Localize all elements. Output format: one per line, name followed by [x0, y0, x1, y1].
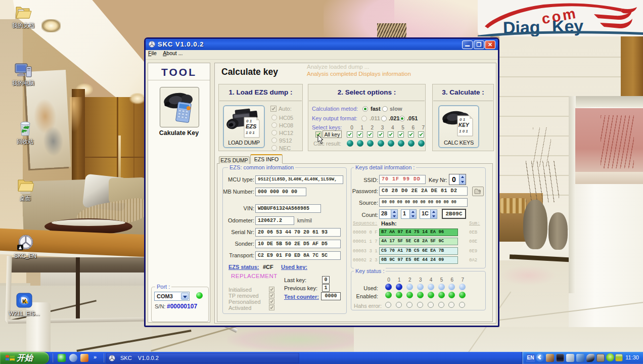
svg-text:0 1: 0 1	[246, 119, 252, 123]
svg-text:1 0 1: 1 0 1	[459, 129, 468, 133]
svg-text:1 0 1: 1 0 1	[246, 130, 255, 135]
svg-text:KEY: KEY	[458, 122, 470, 128]
svg-text:0 1: 0 1	[460, 117, 466, 122]
svg-text:K: K	[22, 298, 26, 304]
svg-text:EZS: EZS	[246, 123, 257, 129]
